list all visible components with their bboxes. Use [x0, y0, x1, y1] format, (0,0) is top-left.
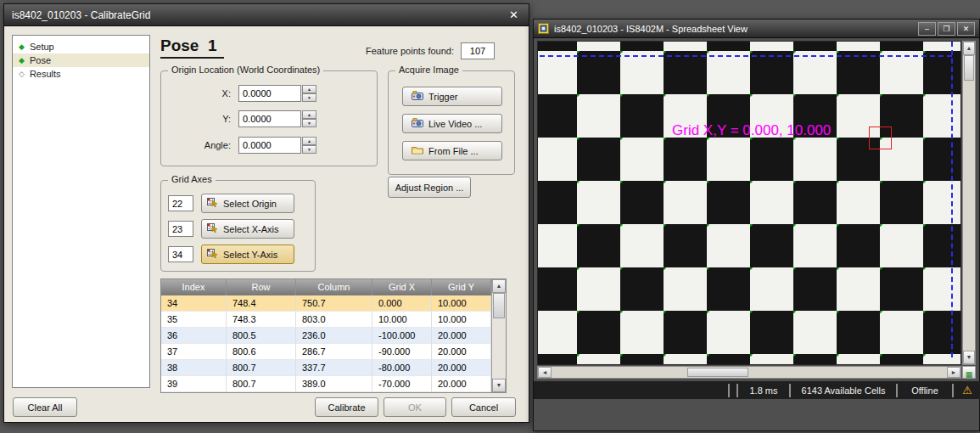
cell-grid-x: 0.000	[372, 295, 432, 312]
adjust-region-button[interactable]: Adjust Region ...	[388, 177, 471, 198]
scrollbar-track[interactable]	[748, 367, 947, 378]
cell-grid-y: 20.000	[432, 376, 491, 392]
calibration-image[interactable]: Grid X,Y = 0.000, 10.000	[537, 41, 961, 365]
select-point-icon	[207, 249, 218, 260]
cell-index: 38	[161, 360, 227, 376]
cell-column: 286.7	[296, 344, 372, 360]
spin-down-icon[interactable]: ▼	[302, 119, 316, 127]
cell-row: 748.3	[227, 312, 296, 328]
scrollbar-thumb[interactable]	[493, 293, 505, 318]
scroll-left-icon[interactable]: ◄	[538, 367, 552, 378]
table-row[interactable]: 37 800.6 286.7 -90.000 20.000	[161, 344, 491, 360]
view-toggle-button[interactable]: ▦	[962, 366, 976, 379]
column-header[interactable]: Column	[296, 279, 372, 295]
cell-row: 800.6	[227, 344, 296, 360]
y-spinner: ▲ ▼	[302, 110, 316, 127]
scroll-up-icon[interactable]: ▲	[963, 42, 975, 55]
button-label: Select X-Axis	[223, 224, 278, 234]
column-header[interactable]: Row	[227, 279, 296, 295]
y-input[interactable]	[238, 110, 301, 127]
scroll-right-icon[interactable]: ►	[947, 367, 960, 378]
spin-down-icon[interactable]: ▼	[302, 145, 316, 154]
scrollbar-thumb[interactable]	[687, 368, 748, 377]
tree-item-results[interactable]: ◇ Results	[13, 67, 149, 81]
close-icon[interactable]: ✕	[507, 8, 521, 21]
camera-icon	[412, 91, 423, 102]
scrollbar-track[interactable]	[963, 81, 975, 351]
select-point-icon	[207, 223, 218, 234]
grid-overlay-text: Grid X,Y = 0.000, 10.000	[672, 122, 831, 139]
cell-column: 337.7	[296, 360, 372, 376]
spin-up-icon[interactable]: ▲	[302, 137, 316, 145]
live-video-button[interactable]: Live Video ...	[402, 114, 502, 133]
image-horizontal-scrollbar[interactable]: ◄ ►	[537, 366, 961, 379]
tree-item-label: Pose	[30, 55, 51, 65]
spin-down-icon[interactable]: ▼	[302, 93, 316, 102]
tree-item-pose[interactable]: ◆ Pose	[13, 53, 149, 67]
calibrategrid-titlebar[interactable]: is8402_010203 - CalibrateGrid ✕	[4, 4, 529, 26]
spin-up-icon[interactable]: ▲	[302, 85, 316, 93]
status-connection: Offline	[896, 384, 952, 397]
step-done-icon: ◆	[19, 57, 25, 65]
tree-item-setup[interactable]: ◆ Setup	[13, 40, 149, 53]
minimize-button[interactable]: –	[918, 22, 936, 36]
y-axis-index-input[interactable]	[168, 246, 193, 262]
x-input[interactable]	[238, 85, 301, 102]
feature-points-value: 107	[461, 42, 495, 59]
grid-view-icon: ▦	[966, 370, 973, 379]
column-header[interactable]: Index	[161, 279, 227, 295]
folder-icon	[412, 145, 423, 156]
cell-index: 34	[161, 295, 227, 312]
cell-row: 800.7	[227, 360, 296, 376]
y-field-row: Y: ▲ ▼	[170, 110, 316, 127]
close-button[interactable]: ✕	[957, 22, 975, 36]
column-header[interactable]: Grid Y	[432, 279, 491, 295]
table-row[interactable]: 38 800.7 337.7 -80.000 20.000	[161, 360, 491, 376]
cancel-button[interactable]: Cancel	[451, 397, 516, 417]
select-origin-button[interactable]: Select Origin	[201, 194, 294, 213]
button-label: Live Video ...	[428, 119, 482, 129]
scrollbar-track[interactable]	[492, 318, 506, 379]
select-y-axis-button[interactable]: Select Y-Axis	[201, 245, 294, 264]
x-field-row: X: ▲ ▼	[170, 85, 316, 102]
cell-index: 35	[161, 312, 227, 328]
warning-icon[interactable]: ⚠	[962, 384, 972, 396]
table-row[interactable]: 39 800.7 389.0 -70.000 20.000	[161, 376, 491, 392]
scroll-up-icon[interactable]: ▲	[492, 279, 506, 293]
from-file-button[interactable]: From File ...	[402, 141, 502, 160]
table-row[interactable]: 36 800.5 236.0 -100.000 20.000	[161, 328, 491, 344]
angle-field-row: Angle: ▲ ▼	[170, 137, 316, 154]
cell-grid-x: 10.000	[372, 312, 432, 328]
scroll-down-icon[interactable]: ▼	[492, 379, 506, 392]
scroll-down-icon[interactable]: ▼	[963, 351, 975, 364]
origin-axis-row: Select Origin	[168, 194, 294, 213]
column-header[interactable]: Grid X	[372, 279, 432, 295]
origin-index-input[interactable]	[168, 195, 193, 211]
selected-corner-marker	[869, 127, 892, 149]
trigger-button[interactable]: Trigger	[402, 87, 502, 106]
region-boundary-right	[951, 42, 953, 357]
table-scrollbar[interactable]: ▲ ▼	[491, 279, 506, 392]
table-row[interactable]: 35 748.3 803.0 10.000 10.000	[161, 312, 491, 328]
cell-index: 39	[161, 376, 227, 392]
angle-input[interactable]	[238, 137, 301, 154]
calibrate-button[interactable]: Calibrate	[315, 397, 378, 417]
cell-row: 748.4	[227, 295, 296, 312]
step-pending-icon: ◇	[19, 70, 25, 78]
cell-column: 803.0	[296, 312, 372, 328]
clear-all-button[interactable]: Clear All	[13, 397, 77, 417]
feature-table: Index Row Column Grid X Grid Y 34 748.4 …	[160, 278, 507, 393]
region-boundary-top	[540, 55, 952, 57]
x-axis-index-input[interactable]	[168, 221, 193, 237]
pose-heading: Pose 1	[160, 37, 224, 59]
maximize-button[interactable]: ❐	[938, 22, 955, 36]
scrollbar-thumb[interactable]	[964, 55, 974, 81]
group-title: Origin Location (World Coordinates)	[168, 65, 323, 75]
cell-grid-y: 10.000	[432, 295, 491, 312]
spin-up-icon[interactable]: ▲	[302, 110, 316, 119]
table-row[interactable]: 34 748.4 750.7 0.000 10.000	[161, 295, 491, 312]
image-vertical-scrollbar[interactable]: ▲ ▼	[962, 41, 976, 365]
cell-grid-x: -80.000	[372, 360, 432, 376]
select-x-axis-button[interactable]: Select X-Axis	[201, 219, 294, 239]
spreadsheet-titlebar[interactable]: is8402_010203 - IS8402M - Spreadsheet Vi…	[534, 20, 979, 38]
